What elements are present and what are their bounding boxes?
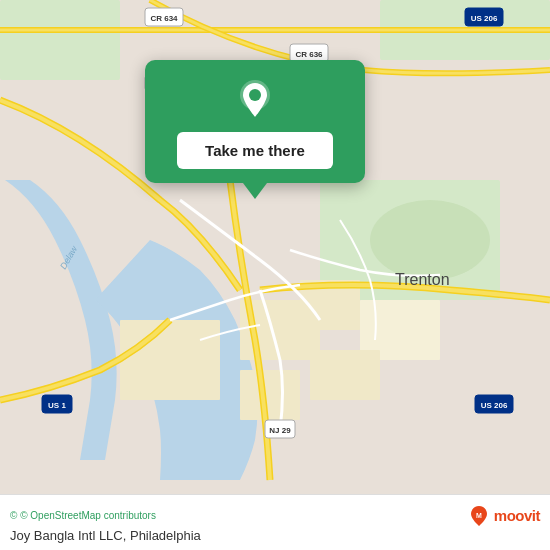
svg-rect-10	[310, 350, 380, 400]
svg-point-4	[370, 200, 490, 280]
svg-rect-9	[240, 370, 300, 420]
svg-text:NJ 29: NJ 29	[269, 426, 291, 435]
take-me-there-button[interactable]: Take me there	[177, 132, 333, 169]
map-area: Delaw CR 634 CR 636 US 206 US 1 NJ 29 US…	[0, 0, 550, 494]
moovit-logo-icon: M	[468, 505, 490, 527]
bottom-info-bar: © © OpenStreetMap contributors M moovit …	[0, 494, 550, 550]
osm-credit: © © OpenStreetMap contributors	[10, 510, 156, 521]
svg-text:US 206: US 206	[471, 14, 498, 23]
moovit-logo: M moovit	[468, 505, 540, 527]
svg-point-28	[249, 89, 261, 101]
svg-text:US 206: US 206	[481, 401, 508, 410]
osm-copyright-symbol: ©	[10, 510, 17, 521]
moovit-label: moovit	[494, 507, 540, 524]
svg-text:CR 636: CR 636	[295, 50, 323, 59]
svg-text:CR 634: CR 634	[150, 14, 178, 23]
svg-text:M: M	[476, 512, 482, 519]
location-popup: Take me there	[145, 60, 365, 183]
location-pin-icon	[233, 78, 277, 122]
svg-text:US 1: US 1	[48, 401, 66, 410]
svg-rect-5	[120, 320, 220, 400]
svg-rect-1	[0, 0, 120, 80]
svg-text:Trenton: Trenton	[395, 271, 450, 288]
location-title: Joy Bangla Intl LLC, Philadelphia	[10, 528, 540, 543]
